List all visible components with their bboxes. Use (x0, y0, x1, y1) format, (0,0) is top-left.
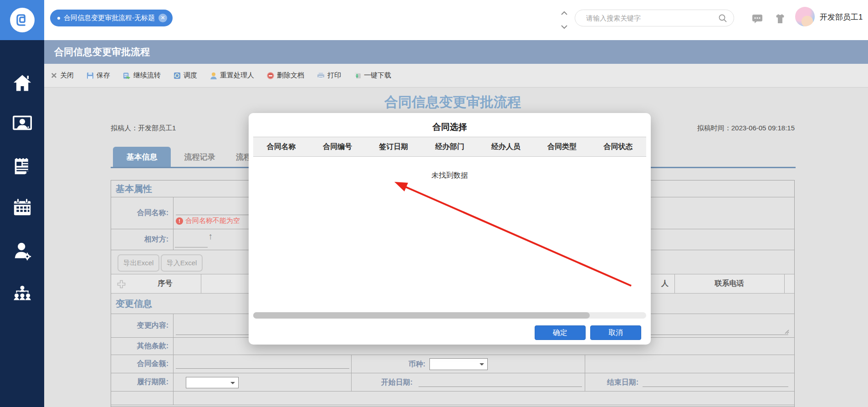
col-sign-date: 签订日期 (366, 137, 422, 156)
sidebar-item-calendar[interactable] (0, 194, 44, 220)
contract-name-error: ! 合同名称不能为空 (176, 216, 240, 225)
current-username[interactable]: 开发部员工1 (820, 12, 863, 22)
print-button[interactable]: 打印 (317, 71, 341, 80)
end-date-label: 结束日期: (589, 378, 638, 387)
save-icon (87, 72, 94, 79)
close-tab-icon[interactable]: ✕ (158, 14, 167, 22)
open-document-tab[interactable]: 合同信息变更审批流程-无标题 ✕ (50, 10, 173, 26)
picker-up-arrow-icon[interactable]: ↑ (208, 231, 213, 242)
download-icon (354, 72, 361, 79)
contract-amount-input[interactable] (176, 359, 349, 369)
workspace-monitor-icon (13, 115, 32, 133)
grid-col-seq: 序号 (129, 274, 201, 293)
drafter-text: 拟稿人：开发部员工1 (111, 124, 176, 133)
col-contract-type: 合同类型 (534, 137, 590, 156)
chevron-up-icon[interactable] (561, 11, 568, 15)
calendar-icon (13, 198, 31, 216)
col-contract-status: 合同状态 (590, 137, 646, 156)
delete-doc-button[interactable]: 删除文档 (267, 71, 304, 80)
col-contract-name: 合同名称 (253, 137, 309, 156)
duration-label: 履行期限: (111, 373, 174, 391)
download-all-button[interactable]: 一键下载 (354, 71, 391, 80)
start-date-input[interactable] (419, 377, 582, 387)
empty-result-text: 未找到数据 (249, 171, 651, 180)
cell-divider (585, 373, 585, 391)
tab-scroll-arrows (559, 11, 569, 29)
delete-doc-icon (267, 72, 274, 79)
app-logo-icon (10, 8, 35, 32)
confirm-button[interactable]: 确定 (535, 325, 586, 340)
draft-time-text: 拟稿时间：2023-06-05 09:18:15 (697, 124, 795, 133)
open-document-tab-label: 合同信息变更审批流程-无标题 (64, 14, 155, 22)
col-contract-number: 合同编号 (309, 137, 365, 156)
dialog-table-header: 合同名称 合同编号 签订日期 经办部门 经办人员 合同类型 合同状态 (253, 137, 646, 157)
app-window: 合同信息变更审批流程-无标题 ✕ 开发 (0, 0, 868, 407)
contract-select-dialog: 合同选择 合同名称 合同编号 签订日期 经办部门 经办人员 合同类型 合同状态 … (249, 113, 651, 345)
news-icon (13, 157, 31, 175)
col-handling-person: 经办人员 (478, 137, 534, 156)
import-excel-button[interactable]: 导入Excel (161, 254, 203, 272)
other-terms-label: 其他条款: (111, 338, 174, 355)
grid-col-partial: 人 (656, 274, 674, 293)
counterparty-input[interactable] (175, 237, 208, 247)
add-row-icon[interactable] (117, 280, 126, 289)
sidebar-item-home[interactable] (0, 70, 44, 96)
continue-flow-button[interactable]: 继续流转 (123, 71, 161, 80)
currency-label: 币种: (357, 360, 425, 369)
contract-amount-label: 合同金额: (111, 355, 174, 373)
error-icon: ! (176, 217, 183, 225)
close-button[interactable]: 关闭 (51, 71, 74, 80)
save-button[interactable]: 保存 (87, 71, 110, 80)
tab-flow-record[interactable]: 流程记录 (171, 147, 229, 167)
end-date-input[interactable] (643, 377, 788, 387)
col-handling-dept: 经办部门 (422, 137, 478, 156)
sidebar-item-organization[interactable] (0, 281, 44, 306)
partial-bottom-row (111, 392, 794, 405)
cell-divider (351, 355, 352, 373)
textarea-resize-icon[interactable] (784, 329, 789, 334)
user-avatar[interactable] (795, 7, 815, 26)
messages-icon[interactable] (751, 13, 763, 25)
reset-handler-button[interactable]: 重置处理人 (210, 71, 254, 80)
dialog-title: 合同选择 (249, 121, 651, 133)
grid-divider (784, 274, 785, 293)
chevron-down-icon[interactable] (561, 25, 568, 29)
workflow-title: 合同信息变更审批流程 (54, 46, 150, 58)
user-settings-icon (13, 242, 31, 261)
dialog-hscrollbar-thumb[interactable] (253, 312, 590, 319)
grid-divider (201, 274, 201, 293)
duration-select[interactable] (186, 377, 239, 388)
amount-currency-row: 合同金额: 币种: (111, 355, 794, 373)
search-icon[interactable] (718, 14, 727, 23)
cell-divider (585, 355, 585, 373)
unsaved-dot-icon (57, 17, 60, 20)
sidebar-item-user-settings[interactable] (0, 238, 44, 264)
dialog-hscrollbar[interactable] (253, 312, 646, 319)
tab-basic-info[interactable]: 基本信息 (113, 147, 171, 167)
dispatch-button[interactable]: 调度 (174, 71, 197, 80)
home-icon (13, 74, 32, 92)
close-icon (51, 72, 57, 79)
search-input[interactable] (585, 14, 718, 22)
nav-sidebar (0, 40, 44, 407)
top-bar: 合同信息变更审批流程-无标题 ✕ 开发 (0, 0, 868, 40)
duration-dates-row: 履行期限: 开始日期: 结束日期: (111, 373, 794, 392)
app-logo[interactable] (0, 0, 44, 40)
change-content-label: 变更内容: (111, 314, 174, 337)
partial-bottom-label-cell (111, 392, 174, 405)
sidebar-item-news[interactable] (0, 153, 44, 179)
global-search (575, 10, 734, 26)
print-icon (317, 72, 325, 79)
contract-name-label: 合同名称: (111, 197, 174, 229)
workflow-title-bar: 合同信息变更审批流程 (44, 40, 868, 64)
theme-skin-icon[interactable] (774, 13, 786, 25)
currency-select[interactable] (429, 358, 488, 370)
cell-divider (351, 373, 352, 391)
sidebar-item-workspace[interactable] (0, 111, 44, 137)
cancel-button[interactable]: 取消 (590, 325, 641, 340)
start-date-label: 开始日期: (359, 378, 413, 387)
export-excel-button[interactable]: 导出Excel (117, 254, 159, 272)
continue-flow-icon (123, 72, 131, 79)
org-chart-icon (13, 285, 31, 302)
grid-col-phone: 联系电话 (674, 274, 784, 293)
